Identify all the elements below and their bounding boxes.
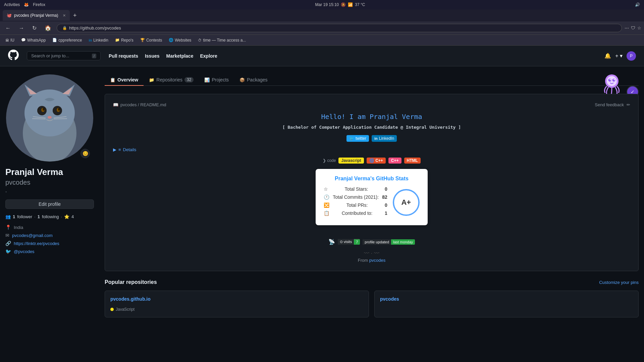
github-nav: Pull requests Issues Marketplace Explore: [109, 53, 217, 59]
readme-header: 📖 pvcodes / README.md Send feedback ✏: [113, 102, 630, 107]
linkedin-badge[interactable]: in LinkedIn: [372, 135, 397, 142]
followers-count: 1: [13, 214, 15, 219]
forward-button[interactable]: →: [16, 24, 27, 33]
twitter-badge[interactable]: 🐦 twitter: [346, 135, 369, 142]
avatar-emoji-button[interactable]: 😊: [80, 149, 90, 158]
email-item: ✉ pvcodes@gmail.com: [5, 233, 94, 238]
extensions-button[interactable]: ⋯: [625, 25, 629, 31]
bookmark-contests[interactable]: 🏆 Contests: [138, 37, 165, 43]
github-icon-badge: ⊙ visits: [338, 239, 354, 245]
commits-icon: 🕐: [324, 194, 329, 200]
tab-close-button[interactable]: ✕: [63, 13, 66, 18]
browser-label[interactable]: Firefox: [33, 2, 45, 7]
repo-name-pvcodes[interactable]: pvcodes: [380, 296, 633, 302]
edit-readme-button[interactable]: ✏: [627, 102, 630, 107]
tab-title: pvcodes (Pranjal Verma): [14, 13, 58, 18]
edit-profile-button[interactable]: Edit profile: [5, 199, 94, 209]
bookmark-websites[interactable]: 🌐 Websites: [166, 37, 194, 43]
url-bar[interactable]: 🔒 https://github.com/pvcodes: [57, 24, 622, 32]
code-label: ❯ code: [323, 158, 336, 163]
twitter-link[interactable]: @pvcodes: [14, 249, 35, 254]
lock-icon: 🔒: [62, 26, 67, 30]
notification-icon: 🔕: [341, 2, 346, 7]
projects-tab-label: Projects: [212, 77, 229, 82]
prs-label: Total PRs:: [333, 202, 381, 208]
reload-button[interactable]: ↻: [30, 23, 39, 33]
repo-card-pvcodes: pvcodes: [374, 291, 639, 317]
visit-badges: 📡 ⊙ visits 7 profile updated last monday: [113, 239, 630, 245]
bookmark-cppreference[interactable]: 📄 cppreference: [50, 37, 85, 43]
back-button[interactable]: ←: [3, 24, 13, 33]
nav-explore[interactable]: Explore: [200, 53, 217, 59]
following-label: following: [42, 214, 59, 219]
bookmark-repos[interactable]: 📁 Repo's: [112, 37, 136, 43]
notification-bell-button[interactable]: 🔔: [604, 53, 611, 59]
from-link[interactable]: pvcodes: [369, 258, 385, 263]
grade-container: A+: [393, 186, 420, 219]
home-button[interactable]: 🏠: [42, 23, 54, 33]
readme-card: 📖 pvcodes / README.md Send feedback ✏ He…: [105, 94, 639, 271]
tab-overview[interactable]: 📋 Overview: [105, 74, 144, 86]
active-tab[interactable]: 🐙 pvcodes (Pranjal Verma) ✕: [3, 10, 70, 21]
svg-point-3: [24, 89, 75, 136]
visits-count-badge: 7: [354, 239, 360, 245]
bookmark-repos-label: Repo's: [121, 38, 133, 43]
bookmark-iu[interactable]: 🏛 IU: [3, 37, 17, 43]
tab-favicon: 🐙: [7, 13, 11, 18]
tab-repositories[interactable]: 📁 Repositories 32: [144, 74, 199, 86]
tab-packages[interactable]: 📦 Packages: [234, 74, 273, 86]
customize-pins-link[interactable]: Customize your pins: [599, 280, 639, 285]
prs-value: 0: [385, 202, 387, 208]
repos-tab-label: Repositories: [156, 77, 182, 82]
bookmark-repos-icon: 📁: [115, 38, 120, 42]
bookmark-whatsapp[interactable]: 💬 WhatsApp: [18, 37, 48, 43]
email-link[interactable]: pvcodes@gmail.com: [12, 233, 53, 238]
sub-after: ]: [458, 125, 461, 130]
repo-name-github-io[interactable]: pvcodes.github.io: [110, 296, 363, 302]
website-link[interactable]: https://linktr.ee/pvcodes: [14, 241, 59, 246]
details-toggle[interactable]: ▶ ≡ Details: [113, 147, 630, 152]
details-label: Details: [123, 147, 137, 152]
readme-path: 📖 pvcodes / README.md: [113, 102, 166, 107]
stats-prs: 🔀 Total PRs: 0: [324, 202, 387, 208]
bookmark-linkedin[interactable]: in Linkedin: [86, 37, 111, 43]
prs-icon: 🔀: [324, 202, 329, 208]
readme-subtext: [ Bachelor of Computer Application Candi…: [113, 125, 630, 130]
email-icon: ✉: [5, 233, 9, 238]
search-box[interactable]: Search or jump to... /: [27, 51, 101, 60]
os-bar-left: Activities 🦊 Firefox: [4, 2, 45, 7]
bookmark-whatsapp-label: WhatsApp: [27, 38, 46, 43]
tab-projects[interactable]: 📊 Projects: [199, 74, 234, 86]
github-main: 😊 Pranjal Verma pvcodes - Edit profile 👥…: [0, 66, 644, 362]
location-icon: 📍: [5, 225, 11, 230]
new-tab-button[interactable]: +: [71, 12, 79, 19]
followers-link[interactable]: 1: [13, 214, 15, 219]
nav-pull-requests[interactable]: Pull requests: [109, 53, 138, 59]
popular-repos-header: Popular repositories Customize your pins: [105, 279, 639, 285]
following-link[interactable]: 1: [38, 214, 40, 219]
add-button[interactable]: + ▾: [615, 53, 623, 59]
avatar-image: [6, 74, 93, 162]
nav-actions: ⋯ 🛡 ☆: [625, 25, 641, 31]
book-icon: 📖: [113, 102, 118, 107]
send-feedback-button[interactable]: Send feedback: [595, 102, 624, 107]
profile-menu-button[interactable]: P: [627, 51, 636, 61]
nav-marketplace[interactable]: Marketplace: [166, 53, 194, 59]
shield-icon[interactable]: 🛡: [631, 25, 635, 31]
lang-badge-js: Javascript: [338, 158, 364, 164]
activities-label[interactable]: Activities: [4, 2, 20, 7]
temperature-label: 37 °C: [355, 2, 365, 7]
github-logo[interactable]: [8, 50, 19, 62]
stars-count: 4: [71, 214, 74, 219]
bookmark-iu-label: IU: [10, 38, 14, 43]
bookmark-time[interactable]: ⏱ time — Time access a...: [195, 37, 249, 43]
repo-lang-github-io: JavaScript: [110, 307, 363, 312]
from-section: 〰 · 〰 From pvcodes: [113, 250, 630, 263]
nav-issues[interactable]: Issues: [145, 53, 160, 59]
bookmark-star-button[interactable]: ☆: [637, 25, 641, 31]
profile-updated-badge: profile updated last monday: [363, 239, 415, 245]
profile-updated-time: last monday: [391, 239, 415, 245]
wifi-icon: 📶: [348, 2, 353, 7]
stats-contributed: 📋 Contributed to: 1: [324, 210, 387, 216]
commits-value: 82: [382, 194, 387, 200]
